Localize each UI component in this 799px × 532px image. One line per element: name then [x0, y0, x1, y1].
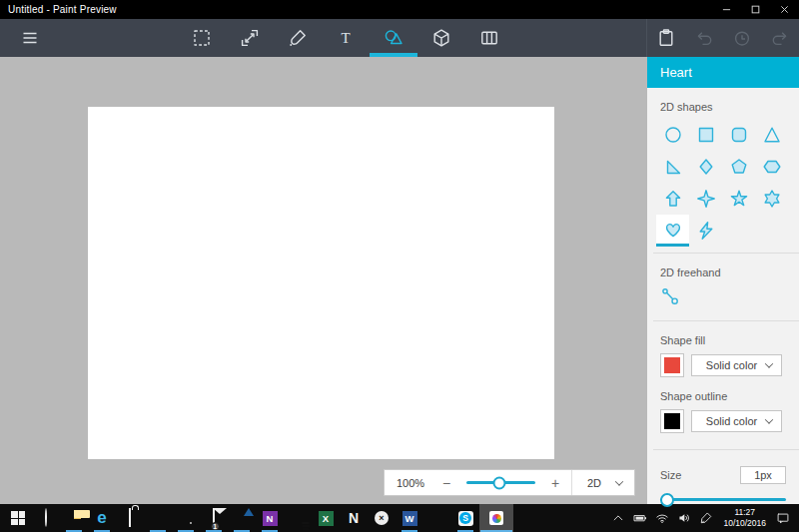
zoom-bar-divider: [571, 470, 572, 495]
shape-square[interactable]: [689, 119, 722, 151]
redo-button[interactable]: [761, 19, 799, 57]
shape-triangle[interactable]: [755, 119, 788, 151]
chevron-down-icon: [765, 415, 773, 423]
shape-five-point-star[interactable]: [722, 183, 755, 215]
main-area: 100% − + 2D Heart 2D shapes 2D freehand …: [0, 57, 799, 504]
paint-preview-window: Untitled - Paint Preview T 100% − + 2D: [0, 0, 799, 532]
tool-canvas[interactable]: [465, 19, 513, 57]
history-tool-group: [646, 19, 799, 57]
taskbar-cortana-icon[interactable]: [32, 504, 60, 532]
taskbar-skype-icon[interactable]: S: [451, 504, 479, 532]
close-button[interactable]: [770, 0, 799, 19]
outline-section-label: Shape outline: [660, 390, 799, 402]
taskbar-edge-icon[interactable]: e: [88, 504, 116, 532]
chevron-up-icon[interactable]: [607, 504, 629, 532]
shape-six-point-star[interactable]: [755, 183, 788, 215]
taskbar-word-icon[interactable]: W: [396, 504, 423, 532]
taskbar-blue-app-icon[interactable]: [172, 504, 200, 532]
taskbar-spotify-icon[interactable]: [284, 504, 312, 532]
maximize-button[interactable]: [741, 0, 770, 19]
shape-outline-color-swatch[interactable]: [660, 409, 684, 433]
zoom-slider[interactable]: [466, 481, 535, 484]
shapes-panel: Heart 2D shapes 2D freehand Shape fill S…: [647, 57, 799, 504]
taskbar: e1NXN×WS 11:27 10/10/2016: [0, 504, 799, 532]
tool-group: T: [178, 19, 513, 57]
undo-button[interactable]: [685, 19, 723, 57]
zoom-level: 100%: [385, 477, 436, 489]
battery-icon[interactable]: [629, 504, 651, 532]
clock-date: 10/10/2016: [723, 518, 766, 529]
section-divider: [653, 320, 799, 321]
action-center-icon[interactable]: [772, 504, 794, 532]
shape-lightning[interactable]: [689, 215, 722, 247]
shape-four-point-star[interactable]: [689, 183, 722, 215]
shape-circle[interactable]: [656, 119, 689, 151]
tool-shapes[interactable]: [370, 19, 417, 57]
freehand-section-label: 2D freehand: [660, 266, 799, 278]
taskbar-apps: e1NXN×WS: [4, 504, 513, 532]
shape-grid: [656, 119, 799, 247]
zoom-bar: 100% − + 2D: [384, 469, 635, 496]
shape-fill-style-dropdown[interactable]: Solid color: [691, 354, 782, 376]
minimize-button[interactable]: [712, 0, 741, 19]
zoom-out-button[interactable]: −: [436, 476, 456, 490]
taskbar-onenote-icon[interactable]: N: [256, 504, 284, 532]
system-tray: 11:27 10/10/2016: [607, 504, 799, 532]
shape-arrow[interactable]: [656, 183, 689, 215]
drawing-canvas[interactable]: [88, 107, 554, 459]
shape-outline-style-dropdown[interactable]: Solid color: [691, 410, 782, 432]
shape-right-triangle[interactable]: [656, 151, 689, 183]
taskbar-file-explorer-icon[interactable]: [60, 504, 88, 532]
tool-text[interactable]: T: [322, 19, 370, 57]
taskbar-excel-icon[interactable]: X: [312, 504, 340, 532]
shape-diamond[interactable]: [689, 151, 722, 183]
taskbar-paint-icon[interactable]: [479, 504, 513, 532]
volume-icon[interactable]: [673, 504, 695, 532]
zoom-slider-thumb[interactable]: [493, 476, 506, 489]
shape-rounded-square[interactable]: [722, 119, 755, 151]
workspace: 100% − + 2D: [0, 57, 647, 504]
clock-time: 11:27: [723, 507, 766, 518]
fill-style-value: Solid color: [706, 359, 757, 371]
title-bar: Untitled - Paint Preview: [0, 0, 799, 19]
tool-select[interactable]: [178, 19, 226, 57]
app-toolbar: T: [0, 19, 799, 57]
taskbar-store-icon[interactable]: [116, 504, 144, 532]
wifi-icon[interactable]: [651, 504, 673, 532]
size-slider[interactable]: [660, 498, 786, 501]
taskbar-chrome-icon[interactable]: [144, 504, 172, 532]
size-slider-thumb[interactable]: [660, 493, 674, 507]
outline-style-value: Solid color: [706, 415, 757, 427]
taskbar-photos-icon[interactable]: [228, 504, 256, 532]
shape-heart[interactable]: [656, 215, 689, 247]
taskbar-mail-icon[interactable]: 1: [200, 504, 228, 532]
chevron-down-icon: [765, 359, 773, 367]
tool-brush[interactable]: [274, 19, 322, 57]
shape-fill-color-swatch[interactable]: [660, 353, 684, 377]
notification-badge: 1: [211, 522, 221, 532]
section-divider: [653, 449, 799, 450]
freehand-line-tool[interactable]: [660, 286, 684, 308]
shape-hexagon[interactable]: [755, 151, 788, 183]
chevron-down-icon[interactable]: [615, 477, 623, 485]
size-value[interactable]: 1px: [740, 466, 786, 484]
section-divider: [653, 253, 799, 254]
menu-button[interactable]: [8, 19, 52, 57]
taskbar-xbox-icon[interactable]: ×: [368, 504, 396, 532]
taskbar-clock[interactable]: 11:27 10/10/2016: [723, 507, 766, 529]
history-button[interactable]: [723, 19, 761, 57]
tool-crop[interactable]: [226, 19, 274, 57]
shapes-section-label: 2D shapes: [660, 101, 799, 113]
taskbar-game-icon[interactable]: [423, 504, 451, 532]
taskbar-start-icon[interactable]: [4, 504, 32, 532]
shape-pentagon[interactable]: [722, 151, 755, 183]
paste-button[interactable]: [647, 19, 685, 57]
taskbar-netflix-icon[interactable]: N: [340, 504, 368, 532]
view-mode-value[interactable]: 2D: [574, 477, 614, 489]
window-controls: [712, 0, 799, 19]
zoom-in-button[interactable]: +: [545, 476, 565, 490]
pen-icon[interactable]: [695, 504, 717, 532]
tool-3d[interactable]: [417, 19, 465, 57]
size-section-label: Size: [660, 469, 681, 481]
svg-text:T: T: [341, 30, 350, 46]
